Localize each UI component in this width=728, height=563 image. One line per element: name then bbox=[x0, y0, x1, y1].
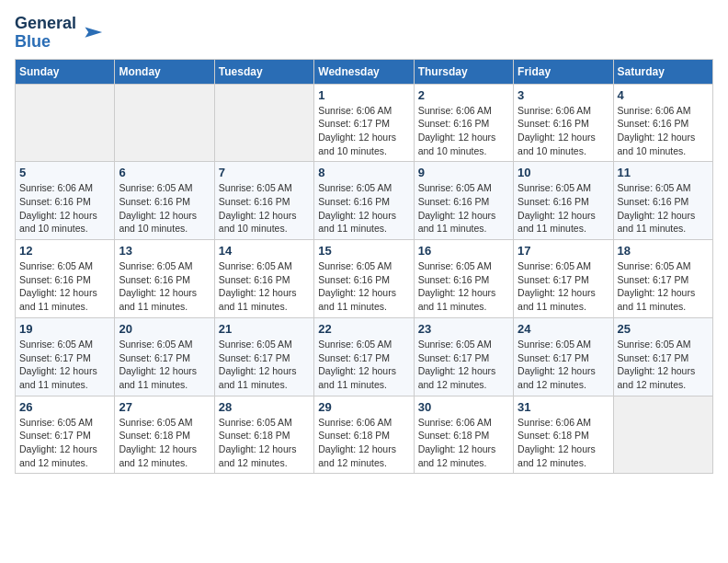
calendar-cell: 26Sunrise: 6:05 AM Sunset: 6:17 PM Dayli… bbox=[16, 396, 115, 474]
calendar-cell: 30Sunrise: 6:06 AM Sunset: 6:18 PM Dayli… bbox=[414, 396, 513, 474]
calendar-cell: 16Sunrise: 6:05 AM Sunset: 6:16 PM Dayli… bbox=[414, 240, 513, 318]
calendar-cell: 13Sunrise: 6:05 AM Sunset: 6:16 PM Dayli… bbox=[115, 240, 214, 318]
day-info: Sunrise: 6:05 AM Sunset: 6:16 PM Dayligh… bbox=[418, 181, 509, 236]
day-info: Sunrise: 6:05 AM Sunset: 6:16 PM Dayligh… bbox=[119, 259, 210, 314]
weekday-header-monday: Monday bbox=[115, 59, 214, 84]
calendar-cell: 19Sunrise: 6:05 AM Sunset: 6:17 PM Dayli… bbox=[16, 317, 115, 396]
day-info: Sunrise: 6:05 AM Sunset: 6:16 PM Dayligh… bbox=[318, 181, 409, 236]
calendar-cell: 31Sunrise: 6:06 AM Sunset: 6:18 PM Dayli… bbox=[514, 396, 613, 474]
day-number: 23 bbox=[418, 322, 509, 336]
day-number: 19 bbox=[19, 322, 110, 336]
day-info: Sunrise: 6:05 AM Sunset: 6:18 PM Dayligh… bbox=[219, 416, 310, 470]
day-number: 11 bbox=[618, 166, 709, 179]
calendar-cell: 23Sunrise: 6:05 AM Sunset: 6:17 PM Dayli… bbox=[414, 317, 513, 396]
day-number: 30 bbox=[418, 400, 509, 414]
day-number: 8 bbox=[318, 166, 409, 179]
calendar-cell: 5Sunrise: 6:06 AM Sunset: 6:16 PM Daylig… bbox=[16, 162, 115, 240]
day-number: 28 bbox=[219, 400, 310, 414]
day-info: Sunrise: 6:05 AM Sunset: 6:17 PM Dayligh… bbox=[119, 338, 210, 392]
day-info: Sunrise: 6:06 AM Sunset: 6:18 PM Dayligh… bbox=[418, 416, 509, 470]
calendar-cell: 7Sunrise: 6:05 AM Sunset: 6:16 PM Daylig… bbox=[214, 162, 313, 240]
calendar-cell: 22Sunrise: 6:05 AM Sunset: 6:17 PM Dayli… bbox=[314, 317, 414, 396]
day-info: Sunrise: 6:05 AM Sunset: 6:17 PM Dayligh… bbox=[318, 338, 409, 392]
day-number: 27 bbox=[119, 400, 210, 414]
calendar-cell: 1Sunrise: 6:06 AM Sunset: 6:17 PM Daylig… bbox=[314, 84, 414, 162]
day-info: Sunrise: 6:06 AM Sunset: 6:16 PM Dayligh… bbox=[518, 104, 609, 158]
day-info: Sunrise: 6:06 AM Sunset: 6:17 PM Dayligh… bbox=[318, 104, 409, 158]
calendar-cell: 24Sunrise: 6:05 AM Sunset: 6:17 PM Dayli… bbox=[514, 317, 613, 396]
calendar-cell: 8Sunrise: 6:05 AM Sunset: 6:16 PM Daylig… bbox=[314, 162, 414, 240]
calendar-cell bbox=[115, 84, 214, 162]
day-number: 24 bbox=[518, 322, 609, 336]
day-info: Sunrise: 6:06 AM Sunset: 6:16 PM Dayligh… bbox=[618, 104, 709, 158]
day-number: 6 bbox=[119, 166, 210, 179]
calendar-cell: 6Sunrise: 6:05 AM Sunset: 6:16 PM Daylig… bbox=[115, 162, 214, 240]
day-info: Sunrise: 6:05 AM Sunset: 6:16 PM Dayligh… bbox=[119, 181, 210, 236]
day-info: Sunrise: 6:05 AM Sunset: 6:16 PM Dayligh… bbox=[618, 181, 709, 236]
weekday-header-wednesday: Wednesday bbox=[314, 59, 414, 84]
day-number: 29 bbox=[318, 400, 409, 414]
day-number: 21 bbox=[219, 322, 310, 336]
day-number: 3 bbox=[518, 88, 609, 102]
calendar-cell: 2Sunrise: 6:06 AM Sunset: 6:16 PM Daylig… bbox=[414, 84, 513, 162]
calendar-cell bbox=[16, 84, 115, 162]
day-info: Sunrise: 6:06 AM Sunset: 6:18 PM Dayligh… bbox=[318, 416, 409, 470]
day-number: 9 bbox=[418, 166, 509, 179]
day-info: Sunrise: 6:05 AM Sunset: 6:16 PM Dayligh… bbox=[19, 259, 110, 314]
calendar-cell: 11Sunrise: 6:05 AM Sunset: 6:16 PM Dayli… bbox=[613, 162, 712, 240]
day-number: 18 bbox=[618, 244, 709, 258]
day-info: Sunrise: 6:05 AM Sunset: 6:17 PM Dayligh… bbox=[518, 338, 609, 392]
day-info: Sunrise: 6:05 AM Sunset: 6:17 PM Dayligh… bbox=[19, 338, 110, 392]
day-number: 7 bbox=[219, 166, 310, 179]
calendar-cell: 14Sunrise: 6:05 AM Sunset: 6:16 PM Dayli… bbox=[214, 240, 313, 318]
day-info: Sunrise: 6:05 AM Sunset: 6:17 PM Dayligh… bbox=[19, 416, 110, 470]
calendar-cell: 27Sunrise: 6:05 AM Sunset: 6:18 PM Dayli… bbox=[115, 396, 214, 474]
calendar-cell: 21Sunrise: 6:05 AM Sunset: 6:17 PM Dayli… bbox=[214, 317, 313, 396]
day-number: 17 bbox=[518, 244, 609, 258]
calendar-cell: 15Sunrise: 6:05 AM Sunset: 6:16 PM Dayli… bbox=[314, 240, 414, 318]
day-info: Sunrise: 6:05 AM Sunset: 6:16 PM Dayligh… bbox=[219, 259, 310, 314]
day-info: Sunrise: 6:05 AM Sunset: 6:17 PM Dayligh… bbox=[518, 259, 609, 314]
calendar-cell: 12Sunrise: 6:05 AM Sunset: 6:16 PM Dayli… bbox=[16, 240, 115, 318]
calendar-cell: 4Sunrise: 6:06 AM Sunset: 6:16 PM Daylig… bbox=[613, 84, 712, 162]
day-info: Sunrise: 6:05 AM Sunset: 6:17 PM Dayligh… bbox=[618, 338, 709, 392]
calendar-cell: 9Sunrise: 6:05 AM Sunset: 6:16 PM Daylig… bbox=[414, 162, 513, 240]
calendar-cell: 29Sunrise: 6:06 AM Sunset: 6:18 PM Dayli… bbox=[314, 396, 414, 474]
day-info: Sunrise: 6:06 AM Sunset: 6:18 PM Dayligh… bbox=[518, 416, 609, 470]
day-info: Sunrise: 6:05 AM Sunset: 6:17 PM Dayligh… bbox=[618, 259, 709, 314]
day-number: 16 bbox=[418, 244, 509, 258]
day-number: 5 bbox=[19, 166, 110, 179]
weekday-header-thursday: Thursday bbox=[414, 59, 513, 84]
day-info: Sunrise: 6:05 AM Sunset: 6:16 PM Dayligh… bbox=[418, 259, 509, 314]
calendar: SundayMondayTuesdayWednesdayThursdayFrid… bbox=[15, 59, 713, 475]
header: GeneralBlue bbox=[15, 15, 713, 52]
weekday-header-friday: Friday bbox=[514, 59, 613, 84]
day-info: Sunrise: 6:05 AM Sunset: 6:16 PM Dayligh… bbox=[219, 181, 310, 236]
weekday-header-sunday: Sunday bbox=[16, 59, 115, 84]
day-number: 26 bbox=[19, 400, 110, 414]
calendar-cell: 20Sunrise: 6:05 AM Sunset: 6:17 PM Dayli… bbox=[115, 317, 214, 396]
calendar-cell bbox=[214, 84, 313, 162]
day-number: 1 bbox=[318, 88, 409, 102]
calendar-cell: 28Sunrise: 6:05 AM Sunset: 6:18 PM Dayli… bbox=[214, 396, 313, 474]
day-number: 4 bbox=[618, 88, 709, 102]
day-info: Sunrise: 6:05 AM Sunset: 6:17 PM Dayligh… bbox=[219, 338, 310, 392]
day-number: 22 bbox=[318, 322, 409, 336]
svg-marker-0 bbox=[85, 27, 103, 37]
calendar-cell: 18Sunrise: 6:05 AM Sunset: 6:17 PM Dayli… bbox=[613, 240, 712, 318]
logo-icon bbox=[78, 20, 104, 46]
day-number: 25 bbox=[618, 322, 709, 336]
day-number: 2 bbox=[418, 88, 509, 102]
logo: GeneralBlue bbox=[15, 15, 104, 52]
calendar-cell bbox=[613, 396, 712, 474]
calendar-cell: 17Sunrise: 6:05 AM Sunset: 6:17 PM Dayli… bbox=[514, 240, 613, 318]
day-number: 20 bbox=[119, 322, 210, 336]
day-info: Sunrise: 6:06 AM Sunset: 6:16 PM Dayligh… bbox=[418, 104, 509, 158]
day-number: 31 bbox=[518, 400, 609, 414]
weekday-header-saturday: Saturday bbox=[613, 59, 712, 84]
calendar-cell: 25Sunrise: 6:05 AM Sunset: 6:17 PM Dayli… bbox=[613, 317, 712, 396]
day-info: Sunrise: 6:05 AM Sunset: 6:18 PM Dayligh… bbox=[119, 416, 210, 470]
day-info: Sunrise: 6:05 AM Sunset: 6:16 PM Dayligh… bbox=[318, 259, 409, 314]
weekday-header-tuesday: Tuesday bbox=[214, 59, 313, 84]
day-info: Sunrise: 6:05 AM Sunset: 6:17 PM Dayligh… bbox=[418, 338, 509, 392]
